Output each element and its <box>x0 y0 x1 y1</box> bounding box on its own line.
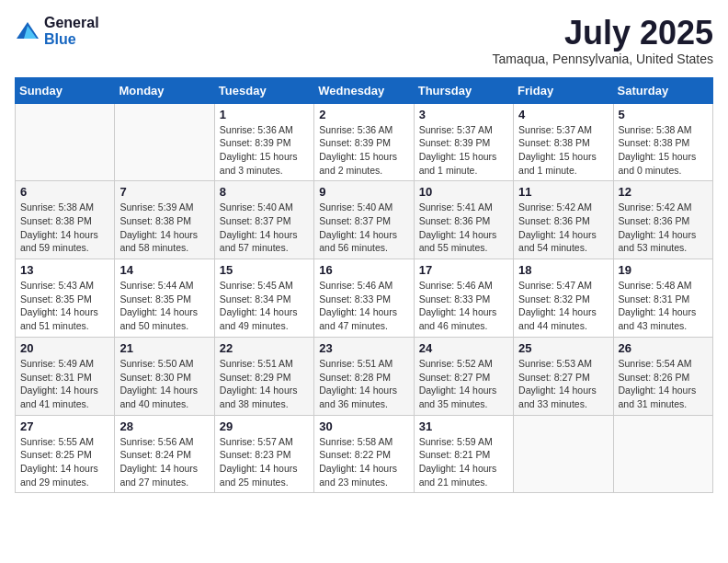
calendar-cell: 28Sunrise: 5:56 AM Sunset: 8:24 PM Dayli… <box>115 415 214 493</box>
day-info: Sunrise: 5:55 AM Sunset: 8:25 PM Dayligh… <box>20 435 109 489</box>
day-number: 16 <box>319 263 408 277</box>
day-number: 24 <box>419 341 508 355</box>
calendar-cell: 5Sunrise: 5:38 AM Sunset: 8:38 PM Daylig… <box>613 103 712 181</box>
calendar-cell: 24Sunrise: 5:52 AM Sunset: 8:27 PM Dayli… <box>414 337 513 415</box>
day-info: Sunrise: 5:54 AM Sunset: 8:26 PM Dayligh… <box>619 357 708 411</box>
day-number: 4 <box>518 108 608 121</box>
day-number: 22 <box>220 341 309 355</box>
day-number: 3 <box>419 108 508 121</box>
calendar-cell: 11Sunrise: 5:42 AM Sunset: 8:36 PM Dayli… <box>514 181 613 259</box>
day-number: 9 <box>319 185 408 199</box>
logo-blue: Blue <box>44 31 99 48</box>
day-number: 26 <box>619 341 708 355</box>
calendar-cell: 27Sunrise: 5:55 AM Sunset: 8:25 PM Dayli… <box>16 415 115 493</box>
day-number: 31 <box>419 419 508 433</box>
calendar-cell: 21Sunrise: 5:50 AM Sunset: 8:30 PM Dayli… <box>115 337 214 415</box>
day-info: Sunrise: 5:50 AM Sunset: 8:30 PM Dayligh… <box>119 357 209 411</box>
calendar-week-1: 1Sunrise: 5:36 AM Sunset: 8:39 PM Daylig… <box>16 103 713 181</box>
calendar-cell: 20Sunrise: 5:49 AM Sunset: 8:31 PM Dayli… <box>16 337 115 415</box>
day-info: Sunrise: 5:36 AM Sunset: 8:39 PM Dayligh… <box>319 123 408 178</box>
day-number: 21 <box>119 341 209 355</box>
weekday-header-wednesday: Wednesday <box>314 77 414 103</box>
day-number: 1 <box>220 108 309 121</box>
day-info: Sunrise: 5:36 AM Sunset: 8:39 PM Dayligh… <box>220 123 309 178</box>
day-info: Sunrise: 5:41 AM Sunset: 8:36 PM Dayligh… <box>419 201 508 255</box>
day-number: 19 <box>619 263 708 277</box>
day-number: 5 <box>619 108 708 121</box>
weekday-header-thursday: Thursday <box>414 77 513 103</box>
day-number: 14 <box>119 263 209 277</box>
day-number: 6 <box>20 185 109 199</box>
calendar-cell: 30Sunrise: 5:58 AM Sunset: 8:22 PM Dayli… <box>314 415 414 493</box>
calendar-cell: 13Sunrise: 5:43 AM Sunset: 8:35 PM Dayli… <box>16 259 115 338</box>
day-number: 10 <box>419 185 508 199</box>
calendar-cell: 31Sunrise: 5:59 AM Sunset: 8:21 PM Dayli… <box>414 415 513 493</box>
calendar-cell: 18Sunrise: 5:47 AM Sunset: 8:32 PM Dayli… <box>514 259 613 338</box>
calendar-cell: 1Sunrise: 5:36 AM Sunset: 8:39 PM Daylig… <box>214 103 313 181</box>
day-number: 13 <box>20 263 109 277</box>
calendar-cell: 29Sunrise: 5:57 AM Sunset: 8:23 PM Dayli… <box>214 415 313 493</box>
calendar-week-4: 20Sunrise: 5:49 AM Sunset: 8:31 PM Dayli… <box>16 337 713 415</box>
day-number: 15 <box>220 263 309 277</box>
calendar-cell: 25Sunrise: 5:53 AM Sunset: 8:27 PM Dayli… <box>514 337 613 415</box>
weekday-header-monday: Monday <box>115 77 214 103</box>
calendar-cell: 16Sunrise: 5:46 AM Sunset: 8:33 PM Dayli… <box>314 259 414 338</box>
weekday-header-tuesday: Tuesday <box>214 77 313 103</box>
day-number: 20 <box>20 341 109 355</box>
day-number: 7 <box>119 185 209 199</box>
day-number: 18 <box>518 263 608 277</box>
day-info: Sunrise: 5:43 AM Sunset: 8:35 PM Dayligh… <box>20 279 109 333</box>
day-info: Sunrise: 5:58 AM Sunset: 8:22 PM Dayligh… <box>319 435 408 489</box>
weekday-header-saturday: Saturday <box>613 77 712 103</box>
month-title: July 2025 <box>493 15 713 52</box>
day-number: 2 <box>319 108 408 121</box>
calendar-cell: 23Sunrise: 5:51 AM Sunset: 8:28 PM Dayli… <box>314 337 414 415</box>
day-info: Sunrise: 5:51 AM Sunset: 8:29 PM Dayligh… <box>220 357 309 411</box>
calendar-week-2: 6Sunrise: 5:38 AM Sunset: 8:38 PM Daylig… <box>16 181 713 259</box>
weekday-header-row: SundayMondayTuesdayWednesdayThursdayFrid… <box>16 77 713 103</box>
calendar-cell: 2Sunrise: 5:36 AM Sunset: 8:39 PM Daylig… <box>314 103 414 181</box>
calendar-cell: 22Sunrise: 5:51 AM Sunset: 8:29 PM Dayli… <box>214 337 313 415</box>
calendar-cell <box>613 415 712 493</box>
day-info: Sunrise: 5:42 AM Sunset: 8:36 PM Dayligh… <box>518 201 608 255</box>
day-info: Sunrise: 5:47 AM Sunset: 8:32 PM Dayligh… <box>518 279 608 333</box>
weekday-header-friday: Friday <box>514 77 613 103</box>
day-info: Sunrise: 5:45 AM Sunset: 8:34 PM Dayligh… <box>220 279 309 333</box>
calendar-cell: 15Sunrise: 5:45 AM Sunset: 8:34 PM Dayli… <box>214 259 313 338</box>
calendar-body: 1Sunrise: 5:36 AM Sunset: 8:39 PM Daylig… <box>16 103 713 493</box>
calendar-cell: 4Sunrise: 5:37 AM Sunset: 8:38 PM Daylig… <box>514 103 613 181</box>
day-number: 23 <box>319 341 408 355</box>
calendar-week-3: 13Sunrise: 5:43 AM Sunset: 8:35 PM Dayli… <box>16 259 713 338</box>
calendar-cell <box>514 415 613 493</box>
calendar-cell: 8Sunrise: 5:40 AM Sunset: 8:37 PM Daylig… <box>214 181 313 259</box>
calendar-cell: 10Sunrise: 5:41 AM Sunset: 8:36 PM Dayli… <box>414 181 513 259</box>
day-number: 12 <box>619 185 708 199</box>
calendar-cell: 3Sunrise: 5:37 AM Sunset: 8:39 PM Daylig… <box>414 103 513 181</box>
day-info: Sunrise: 5:46 AM Sunset: 8:33 PM Dayligh… <box>419 279 508 333</box>
day-info: Sunrise: 5:39 AM Sunset: 8:38 PM Dayligh… <box>119 201 209 255</box>
day-number: 8 <box>220 185 309 199</box>
day-info: Sunrise: 5:48 AM Sunset: 8:31 PM Dayligh… <box>619 279 708 333</box>
day-info: Sunrise: 5:52 AM Sunset: 8:27 PM Dayligh… <box>419 357 508 411</box>
location: Tamaqua, Pennsylvania, United States <box>493 52 713 66</box>
weekday-header-sunday: Sunday <box>16 77 115 103</box>
calendar-header: SundayMondayTuesdayWednesdayThursdayFrid… <box>16 77 713 103</box>
logo: General Blue <box>15 15 99 47</box>
day-info: Sunrise: 5:40 AM Sunset: 8:37 PM Dayligh… <box>319 201 408 255</box>
day-number: 25 <box>518 341 608 355</box>
title-block: July 2025 Tamaqua, Pennsylvania, United … <box>493 15 713 66</box>
day-number: 30 <box>319 419 408 433</box>
day-info: Sunrise: 5:37 AM Sunset: 8:39 PM Dayligh… <box>419 123 508 178</box>
day-number: 17 <box>419 263 508 277</box>
day-info: Sunrise: 5:57 AM Sunset: 8:23 PM Dayligh… <box>220 435 309 489</box>
calendar-cell: 12Sunrise: 5:42 AM Sunset: 8:36 PM Dayli… <box>613 181 712 259</box>
day-number: 29 <box>220 419 309 433</box>
calendar-cell: 9Sunrise: 5:40 AM Sunset: 8:37 PM Daylig… <box>314 181 414 259</box>
day-info: Sunrise: 5:38 AM Sunset: 8:38 PM Dayligh… <box>20 201 109 255</box>
calendar-cell <box>16 103 115 181</box>
day-info: Sunrise: 5:56 AM Sunset: 8:24 PM Dayligh… <box>119 435 209 489</box>
calendar-table: SundayMondayTuesdayWednesdayThursdayFrid… <box>15 77 713 494</box>
day-info: Sunrise: 5:49 AM Sunset: 8:31 PM Dayligh… <box>20 357 109 411</box>
day-info: Sunrise: 5:53 AM Sunset: 8:27 PM Dayligh… <box>518 357 608 411</box>
day-info: Sunrise: 5:51 AM Sunset: 8:28 PM Dayligh… <box>319 357 408 411</box>
